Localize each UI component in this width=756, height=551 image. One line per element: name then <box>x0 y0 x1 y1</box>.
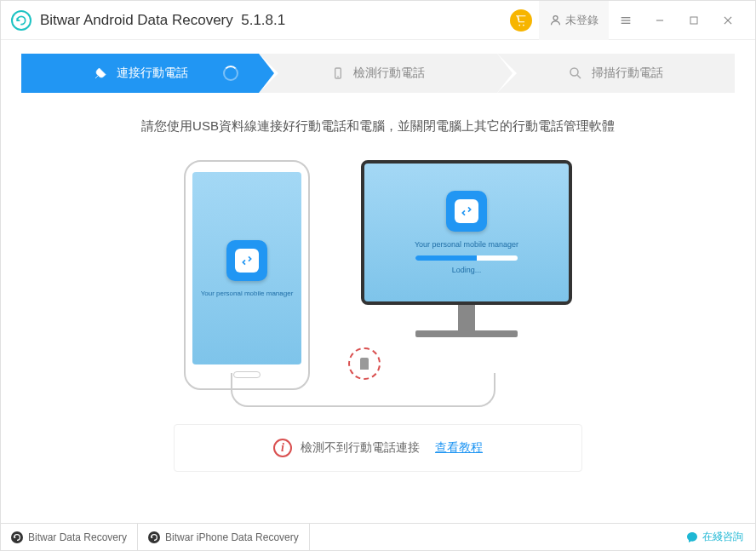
info-icon: i <box>273 439 292 457</box>
step-label: 連接行動電話 <box>117 66 188 81</box>
maximize-button[interactable] <box>677 1 711 40</box>
recovery-icon <box>148 531 160 543</box>
usb-cable <box>231 373 495 407</box>
instruction-text: 請您使用USB資料線連接好行動電話和電腦，並關閉電腦上其它的行動電話管理軟體 <box>35 118 721 135</box>
login-button[interactable]: 未登錄 <box>539 1 609 40</box>
progress-bar <box>415 255 518 261</box>
svg-point-0 <box>553 16 558 20</box>
plug-icon <box>93 66 108 81</box>
monitor-app-icon <box>446 191 487 232</box>
monitor-illustration: Your personal mobile manager Loding... <box>361 160 572 337</box>
phone-manager-text: Your personal mobile manager <box>201 290 294 297</box>
footer: Bitwar Data Recovery Bitwar iPhone Data … <box>1 523 755 550</box>
login-label: 未登錄 <box>565 13 598 28</box>
recovery-icon <box>11 531 23 543</box>
spinner-icon <box>223 66 238 81</box>
monitor-screen: Your personal mobile manager Loding... <box>361 160 572 305</box>
app-logo-icon <box>11 10 32 31</box>
step-scan[interactable]: 掃描行動電話 <box>497 54 735 93</box>
app-title: Bitwar Android Data Recovery 5.1.8.1 <box>40 12 285 29</box>
footer-product-2[interactable]: Bitwar iPhone Data Recovery <box>138 524 310 550</box>
phone-illustration: Your personal mobile manager <box>184 160 310 390</box>
phone-screen: Your personal mobile manager <box>192 172 301 364</box>
stepper: 連接行動電話 檢測行動電話 掃描行動電話 <box>21 54 735 93</box>
footer-product-2-label: Bitwar iPhone Data Recovery <box>165 531 299 543</box>
step-label: 檢測行動電話 <box>353 66 425 81</box>
menu-button[interactable] <box>609 1 643 40</box>
footer-product-1-label: Bitwar Data Recovery <box>28 531 127 543</box>
device-icon <box>331 66 345 80</box>
footer-product-1[interactable]: Bitwar Data Recovery <box>1 524 138 550</box>
phone-app-icon <box>226 240 267 281</box>
loading-text: Loding... <box>452 266 482 274</box>
titlebar: Bitwar Android Data Recovery 5.1.8.1 未登錄 <box>1 1 755 40</box>
chat-button[interactable]: 在綫咨詢 <box>673 524 755 550</box>
monitor-manager-text: Your personal mobile manager <box>415 240 518 249</box>
status-box: i 檢測不到行動電話連接 查看教程 <box>174 424 582 472</box>
cart-button[interactable] <box>510 9 532 32</box>
usb-plug-icon <box>360 358 369 370</box>
step-detect[interactable]: 檢測行動電話 <box>259 54 496 93</box>
step-label: 掃描行動電話 <box>592 66 663 81</box>
chat-label: 在綫咨詢 <box>702 530 743 544</box>
close-button[interactable] <box>711 1 745 40</box>
chat-icon <box>685 531 699 544</box>
search-icon <box>568 66 583 81</box>
step-connect[interactable]: 連接行動電話 <box>21 54 259 93</box>
svg-rect-5 <box>690 17 697 24</box>
svg-point-10 <box>570 68 578 76</box>
minimize-button[interactable] <box>643 1 677 40</box>
devices-illustration: Your personal mobile manager Your person… <box>35 160 721 399</box>
main-content: 請您使用USB資料線連接好行動電話和電腦，並關閉電腦上其它的行動電話管理軟體 Y… <box>1 93 755 523</box>
svg-line-11 <box>578 75 581 78</box>
tutorial-link[interactable]: 查看教程 <box>435 440 483 456</box>
status-text: 檢測不到行動電話連接 <box>301 440 420 456</box>
